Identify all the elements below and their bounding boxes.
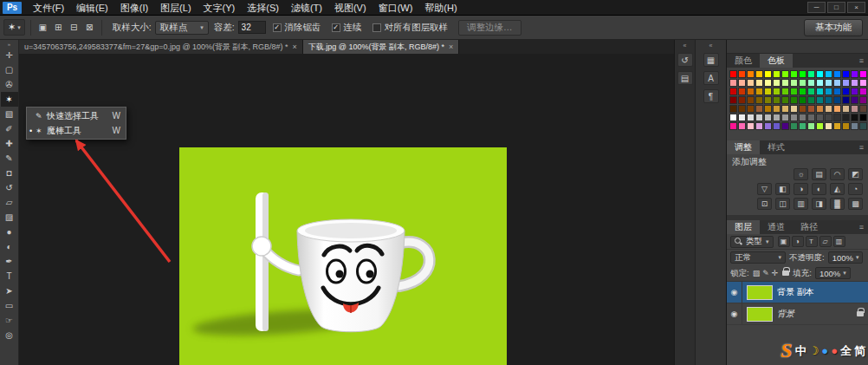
color-swatch[interactable]: [859, 122, 867, 130]
panel-tab[interactable]: 色板: [760, 54, 793, 68]
dock-panel-icon[interactable]: ▦: [703, 53, 719, 67]
adjustment-icon[interactable]: ◩: [848, 168, 863, 180]
color-swatch[interactable]: [859, 88, 867, 95]
eyedropper-tool[interactable]: ✐: [1, 121, 18, 136]
color-swatch[interactable]: [851, 96, 858, 104]
color-swatch[interactable]: [781, 88, 789, 95]
menu-item[interactable]: 图像(I): [114, 0, 154, 16]
visibility-eye-icon[interactable]: ◉: [727, 282, 742, 303]
color-swatch[interactable]: [747, 96, 755, 104]
color-swatch[interactable]: [755, 70, 763, 78]
color-swatch[interactable]: [781, 70, 789, 78]
workspace-switcher-button[interactable]: 基本功能: [804, 19, 863, 36]
dock-panel-icon[interactable]: ▤: [677, 71, 693, 85]
color-swatch[interactable]: [764, 114, 772, 121]
color-swatch[interactable]: [790, 96, 798, 104]
color-swatch[interactable]: [764, 105, 772, 113]
color-swatch[interactable]: [859, 79, 867, 87]
layer-row[interactable]: ◉背景 副本: [727, 282, 868, 303]
color-swatch[interactable]: [807, 79, 815, 87]
color-swatch[interactable]: [755, 79, 763, 87]
visibility-eye-icon[interactable]: ◉: [727, 303, 742, 324]
filter-kind-icon[interactable]: T: [806, 236, 818, 247]
color-swatch[interactable]: [764, 88, 772, 95]
flyout-item[interactable]: •✶魔棒工具W: [27, 123, 126, 138]
brush-tool[interactable]: ✎: [1, 151, 18, 166]
color-swatch[interactable]: [738, 96, 746, 104]
adjustment-icon[interactable]: ▩: [848, 198, 863, 210]
adjustment-icon[interactable]: ◔: [848, 183, 863, 195]
color-swatch[interactable]: [833, 70, 841, 78]
filter-kind-icon[interactable]: ◑: [792, 236, 804, 247]
menu-item[interactable]: 滤镜(T): [285, 0, 328, 16]
panel-tab[interactable]: 颜色: [727, 54, 760, 68]
color-swatch[interactable]: [799, 122, 806, 130]
color-swatch[interactable]: [729, 88, 737, 95]
tab-close-icon[interactable]: ×: [293, 42, 297, 51]
panel-menu-icon[interactable]: ≡: [855, 220, 868, 234]
flyout-item[interactable]: ✎快速选择工具W: [27, 108, 126, 123]
color-swatch[interactable]: [729, 79, 737, 87]
color-swatch[interactable]: [755, 96, 763, 104]
tab-close-icon[interactable]: ×: [449, 42, 453, 51]
color-swatch[interactable]: [773, 114, 781, 121]
color-swatch[interactable]: [790, 70, 798, 78]
color-swatch[interactable]: [842, 96, 850, 104]
menu-item[interactable]: 编辑(E): [70, 0, 114, 16]
color-swatch[interactable]: [825, 88, 832, 95]
color-swatch[interactable]: [842, 114, 850, 121]
color-swatch[interactable]: [729, 105, 737, 113]
color-swatch[interactable]: [851, 88, 858, 95]
color-swatch[interactable]: [807, 114, 815, 121]
option-checkbox[interactable]: ✓消除锯齿: [273, 22, 321, 34]
color-swatch[interactable]: [842, 105, 850, 113]
adjustment-icon[interactable]: ◫: [775, 198, 790, 210]
color-swatch[interactable]: [729, 122, 737, 130]
lock-option-icon[interactable]: ✎: [762, 269, 769, 277]
dock-panel-icon[interactable]: ↺: [677, 53, 693, 67]
color-swatch[interactable]: [781, 79, 789, 87]
option-checkbox[interactable]: 对所有图层取样: [372, 22, 449, 34]
color-swatch[interactable]: [859, 70, 867, 78]
history-brush-tool[interactable]: ↺: [1, 180, 18, 195]
adjustment-icon[interactable]: ▽: [757, 183, 772, 195]
color-swatch[interactable]: [816, 88, 824, 95]
color-swatch[interactable]: [729, 70, 737, 78]
color-swatch[interactable]: [799, 79, 806, 87]
document-tab[interactable]: u=3457063756,249583377&fm=27&gp=0.jpg @ …: [19, 40, 303, 54]
marquee-tool[interactable]: ▢: [1, 62, 18, 77]
shape-tool[interactable]: ▭: [1, 298, 18, 313]
move-tool[interactable]: ✛: [1, 48, 18, 62]
panel-tab[interactable]: 样式: [760, 140, 793, 154]
pen-tool[interactable]: ✒: [1, 254, 18, 269]
color-swatch[interactable]: [851, 105, 858, 113]
gradient-tool[interactable]: ▨: [1, 210, 18, 225]
opacity-dropdown[interactable]: 100% ▾: [828, 251, 864, 264]
panel-tab[interactable]: 路径: [793, 220, 826, 234]
layer-filter-dropdown[interactable]: 类型 ▾: [730, 236, 774, 248]
color-swatch[interactable]: [825, 70, 832, 78]
color-swatch[interactable]: [816, 79, 824, 87]
color-swatch[interactable]: [738, 105, 746, 113]
filter-kind-icon[interactable]: ▥: [833, 236, 845, 247]
color-swatch[interactable]: [859, 114, 867, 121]
dock-panel-icon[interactable]: ¶: [703, 89, 719, 103]
filter-kind-icon[interactable]: ▱: [819, 236, 832, 247]
adjustment-icon[interactable]: ⊡: [757, 198, 772, 210]
color-swatch[interactable]: [790, 114, 798, 121]
color-swatch[interactable]: [764, 79, 772, 87]
adjustment-icon[interactable]: ▤: [812, 168, 826, 180]
color-swatch[interactable]: [738, 88, 746, 95]
color-swatch[interactable]: [747, 105, 755, 113]
color-swatch[interactable]: [781, 96, 789, 104]
menu-item[interactable]: 文件(F): [27, 0, 70, 16]
lock-option-icon[interactable]: ▨: [753, 269, 761, 277]
adjustment-icon[interactable]: ◠: [830, 168, 845, 180]
intersect-selection-icon[interactable]: ⊠: [83, 22, 96, 34]
color-swatch[interactable]: [773, 88, 781, 95]
color-swatch[interactable]: [833, 122, 841, 130]
type-tool[interactable]: T: [1, 269, 18, 284]
color-swatch[interactable]: [799, 96, 806, 104]
color-swatch[interactable]: [825, 79, 832, 87]
panel-menu-icon[interactable]: ≡: [855, 140, 868, 154]
